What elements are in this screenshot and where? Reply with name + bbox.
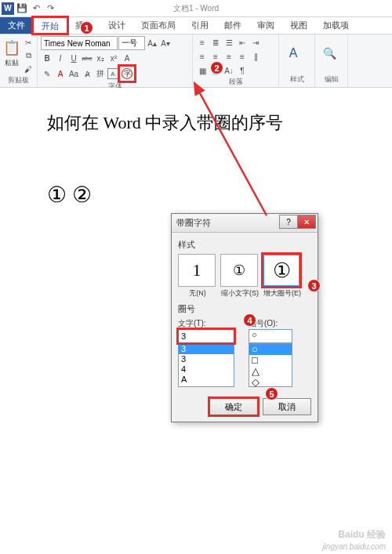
ok-button[interactable]: 确定 — [209, 398, 258, 415]
list-item[interactable]: △ — [249, 366, 292, 377]
dialog-close-button[interactable]: ✕ — [297, 215, 316, 229]
tab-file[interactable]: 文件 — [0, 17, 33, 34]
group-label-paragraph: 段落 — [196, 77, 275, 88]
tab-mail[interactable]: 邮件 — [216, 17, 249, 34]
underline-button[interactable]: U — [67, 52, 80, 64]
group-font: Times New Roman 一号 A▴ A▾ B I U abc x₂ x²… — [38, 34, 193, 87]
dialog-help-button[interactable]: ? — [279, 215, 298, 229]
style-section-label: 样式 — [178, 239, 311, 251]
ring-listbox[interactable]: ○ □ △ ◇ — [249, 343, 292, 387]
list-item[interactable]: 3 — [179, 354, 234, 364]
increase-indent-icon[interactable]: ⇥ — [249, 36, 262, 49]
style-shrink-option[interactable]: ① — [220, 254, 258, 287]
document-circled-numbers: ① ② — [47, 182, 376, 208]
list-item[interactable]: □ — [249, 355, 292, 366]
annotation-badge-3: 3 — [307, 279, 321, 292]
highlight-icon[interactable]: ✎ — [41, 67, 53, 80]
group-label-styles: 样式 — [282, 74, 311, 85]
annotation-badge-1: 1 — [80, 21, 93, 34]
strike-button[interactable]: abc — [81, 52, 93, 64]
style-enlarge-option[interactable]: ① — [263, 254, 300, 287]
watermark-brand: Baidu 经验 — [338, 528, 386, 541]
line-spacing-icon[interactable]: ‖ — [249, 50, 262, 63]
tab-home[interactable]: 开始 — [33, 17, 67, 34]
phonetic-guide-icon[interactable]: 拼 — [94, 67, 107, 80]
superscript-button[interactable]: x² — [107, 52, 120, 64]
tab-view[interactable]: 视图 — [282, 17, 315, 34]
styles-icon: A — [289, 46, 298, 60]
ribbon-tabs: 文件 开始 插入 设计 页面布局 引用 邮件 审阅 视图 加载项 — [0, 17, 392, 34]
style-enlarge-label: 增大圈号(E) — [263, 288, 302, 299]
align-left-icon[interactable]: ≡ — [196, 50, 209, 63]
undo-icon[interactable]: ↶ — [30, 2, 42, 15]
svg-text:字: 字 — [124, 70, 131, 78]
group-label-clipboard: 剪贴板 — [3, 75, 34, 86]
group-label-editing: 编辑 — [318, 74, 344, 85]
style-none-option[interactable]: 1 — [178, 254, 216, 287]
tab-layout[interactable]: 页面布局 — [133, 17, 183, 34]
text-effects-icon[interactable]: A — [121, 52, 133, 64]
word-app-icon: W — [2, 2, 14, 15]
tab-design[interactable]: 设计 — [100, 17, 133, 34]
subscript-button[interactable]: x₂ — [94, 52, 107, 64]
style-options: 1 无(N) ① 缩小文字(S) ① 增大圈号(E) — [178, 254, 311, 299]
font-size-combo[interactable]: 一号 — [118, 36, 145, 50]
list-item[interactable]: a — [179, 385, 234, 387]
group-styles: A 样式 — [279, 34, 315, 87]
text-listbox[interactable]: 3 3 4 A a — [178, 343, 234, 387]
tab-addins[interactable]: 加载项 — [315, 17, 357, 34]
grow-font-icon[interactable]: A▴ — [146, 37, 158, 49]
dialog-title: 带圈字符 — [176, 217, 211, 229]
styles-button[interactable]: A — [282, 36, 304, 71]
shading-icon[interactable]: ▦ — [196, 64, 209, 77]
format-painter-icon[interactable]: 🖌 — [22, 63, 34, 75]
style-shrink-label: 缩小文字(S) — [220, 288, 260, 299]
font-color-icon[interactable]: A — [54, 67, 67, 80]
font-name-combo[interactable]: Times New Roman — [41, 36, 118, 50]
clear-format-icon[interactable]: A̷ — [81, 67, 93, 80]
decrease-indent-icon[interactable]: ⇤ — [236, 36, 249, 49]
cut-icon[interactable]: ✂ — [22, 36, 34, 49]
list-item[interactable]: ◇ — [249, 377, 292, 388]
numbering-icon[interactable]: ≣ — [209, 36, 222, 49]
italic-button[interactable]: I — [54, 52, 67, 64]
bold-button[interactable]: B — [41, 52, 53, 64]
bullets-icon[interactable]: ≡ — [196, 36, 209, 49]
sort-icon[interactable]: A↓ — [223, 64, 235, 77]
dialog-titlebar[interactable]: 带圈字符 ? ✕ — [172, 214, 318, 233]
paste-button[interactable]: 📋 粘贴 — [3, 36, 20, 71]
cancel-button[interactable]: 取消 — [263, 398, 311, 415]
group-paragraph: ≡ ≣ ☰ ⇤ ⇥ ≡ ≡ ≡ ≡ ‖ ▦ ▢ A↓ ¶ 段落 — [193, 34, 279, 87]
editing-button[interactable]: 🔍 — [318, 36, 340, 71]
redo-icon[interactable]: ↷ — [44, 2, 56, 15]
annotation-badge-4: 4 — [243, 313, 256, 327]
enclose-characters-button[interactable]: 字 — [119, 66, 135, 81]
shrink-font-icon[interactable]: A▾ — [159, 37, 172, 49]
multilevel-icon[interactable]: ☰ — [223, 36, 235, 49]
change-case-icon[interactable]: Aa — [67, 67, 80, 80]
ring-input[interactable]: ○ — [249, 329, 292, 343]
window-title: 文档1 - Word — [173, 3, 219, 14]
title-bar: W 💾 ↶ ↷ 文档1 - Word — [0, 0, 392, 17]
tab-references[interactable]: 引用 — [183, 17, 216, 34]
justify-icon[interactable]: ≡ — [236, 50, 249, 63]
copy-icon[interactable]: ⧉ — [22, 49, 34, 62]
group-editing: 🔍 编辑 — [315, 34, 348, 87]
tab-review[interactable]: 审阅 — [249, 17, 282, 34]
list-item[interactable]: 3 — [179, 344, 234, 354]
list-item[interactable]: A — [179, 375, 234, 385]
save-icon[interactable]: 💾 — [16, 2, 28, 15]
text-input[interactable] — [178, 329, 234, 343]
list-item[interactable]: ○ — [249, 344, 292, 355]
char-border-icon[interactable]: A — [107, 68, 118, 79]
enclosure-section-label: 圈号 — [178, 303, 311, 315]
align-right-icon[interactable]: ≡ — [223, 50, 235, 63]
enclose-char-icon: 字 — [121, 67, 133, 80]
style-none-label: 无(N) — [178, 288, 217, 299]
clipboard-icon: 📋 — [3, 39, 20, 56]
list-item[interactable]: 4 — [179, 364, 234, 375]
show-marks-icon[interactable]: ¶ — [236, 64, 249, 77]
ring-field-label: 圈号(O): — [249, 318, 311, 329]
document-heading: 如何在 Word 中录入带圈的序号 — [47, 111, 376, 135]
paste-label: 粘贴 — [5, 58, 19, 68]
